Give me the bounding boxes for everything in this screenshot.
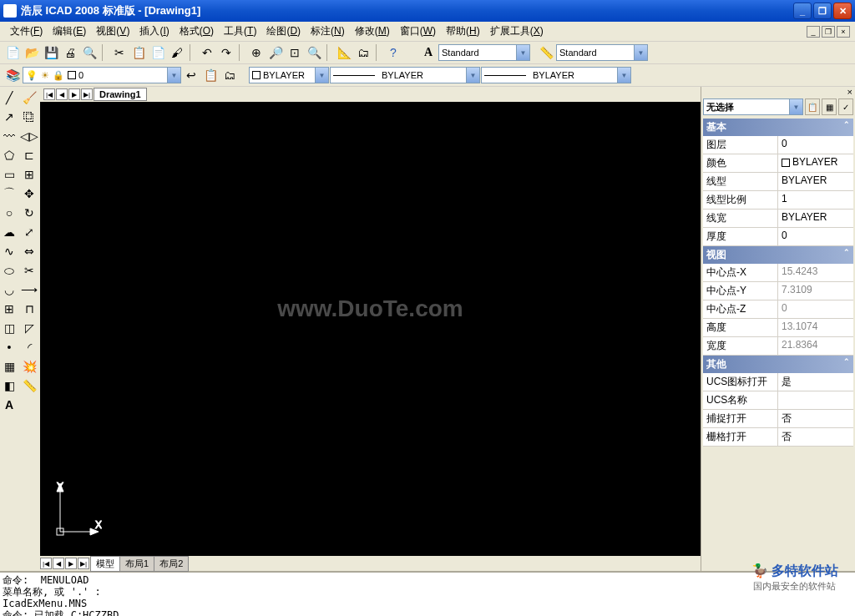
prop-section-header[interactable]: 基本⌃ [703, 119, 853, 136]
preview-icon[interactable]: 🔍 [80, 43, 99, 62]
chevron-down-icon[interactable]: ▼ [617, 68, 630, 83]
nav-last-icon[interactable]: ▶| [81, 88, 93, 100]
nav-first-icon[interactable]: |◀ [43, 88, 55, 100]
minimize-button[interactable]: _ [793, 3, 812, 19]
panel-close-icon[interactable]: × [847, 87, 852, 97]
select-objects-icon[interactable]: ▦ [822, 98, 837, 115]
prop-row[interactable]: 线宽BYLAYER [703, 210, 853, 228]
zoom-prev-icon[interactable]: 🔍 [305, 43, 323, 62]
region-icon[interactable]: ◧ [0, 376, 18, 395]
menu-draw[interactable]: 绘图(D) [261, 22, 306, 41]
mtab-prev-icon[interactable]: ◀ [53, 558, 64, 569]
prop-row[interactable]: 中心点-Z0 [703, 300, 853, 319]
make-block-icon[interactable]: ◫ [0, 319, 18, 337]
prop-value[interactable]: 15.4243 [778, 264, 853, 281]
menu-file[interactable]: 文件(F) [5, 22, 48, 41]
polyline-icon[interactable]: 〰 [0, 127, 18, 145]
menu-insert[interactable]: 插入(I) [134, 22, 174, 41]
prop-row[interactable]: 高度13.1074 [703, 319, 853, 337]
layer-combo[interactable]: 💡 ☀ 🔒 0 ▼ [23, 67, 181, 83]
prop-row[interactable]: UCS图标打开是 [703, 373, 853, 391]
prop-row[interactable]: 捕捉打开否 [703, 410, 853, 428]
prop-value[interactable]: 0 [778, 136, 853, 154]
prop-value[interactable]: 21.8364 [778, 337, 853, 355]
array-icon[interactable]: ⊞ [20, 165, 38, 184]
tab-layout2[interactable]: 布局2 [154, 556, 189, 572]
menu-window[interactable]: 窗口(W) [395, 22, 441, 41]
new-icon[interactable]: 📄 [3, 43, 22, 62]
mdi-restore[interactable]: ❐ [822, 26, 835, 38]
tab-layout1[interactable]: 布局1 [119, 556, 154, 572]
color-combo[interactable]: BYLAYER ▼ [249, 67, 329, 83]
insert-block-icon[interactable]: ⊞ [0, 300, 18, 318]
chevron-down-icon[interactable]: ▼ [315, 68, 328, 83]
menu-view[interactable]: 视图(V) [91, 22, 134, 41]
lineweight-combo[interactable]: BYLAYER ▼ [481, 67, 631, 83]
close-button[interactable]: ✕ [833, 3, 852, 19]
rotate-icon[interactable]: ↻ [20, 204, 38, 222]
maximize-button[interactable]: ❐ [813, 3, 832, 19]
file-tab-drawing1[interactable]: Drawing1 [94, 88, 147, 101]
selection-combo[interactable]: 无选择 ▼ [703, 98, 803, 115]
chevron-down-icon[interactable]: ▼ [634, 45, 647, 60]
prop-value[interactable]: 7.3109 [778, 282, 853, 300]
prop-row[interactable]: 中心点-X15.4243 [703, 264, 853, 282]
polygon-icon[interactable]: ⬠ [0, 146, 18, 164]
help-icon[interactable]: ? [384, 43, 402, 62]
cut-icon[interactable]: ✂ [110, 43, 129, 62]
menu-tools[interactable]: 工具(T) [219, 22, 261, 41]
mdi-minimize[interactable]: _ [807, 26, 820, 38]
text-style-icon[interactable]: A [419, 43, 438, 62]
prop-row[interactable]: 线型比例1 [703, 191, 853, 210]
explode-icon[interactable]: 💥 [20, 357, 38, 376]
menu-dim[interactable]: 标注(N) [306, 22, 350, 41]
extend-icon[interactable]: ⟶ [20, 280, 38, 299]
chamfer-icon[interactable]: ◸ [20, 319, 38, 337]
stretch-icon[interactable]: ⇔ [20, 242, 38, 260]
scale-icon[interactable]: ⤢ [20, 223, 38, 241]
line-icon[interactable]: ╱ [0, 88, 18, 107]
nav-prev-icon[interactable]: ◀ [56, 88, 68, 100]
mtab-next-icon[interactable]: ▶ [65, 558, 77, 569]
spline-icon[interactable]: ∿ [0, 242, 18, 260]
quick-select-icon[interactable]: 📋 [805, 98, 820, 115]
prop-row[interactable]: 栅格打开否 [703, 428, 853, 447]
copy-icon[interactable]: 📋 [129, 43, 148, 62]
chevron-down-icon[interactable]: ▼ [789, 99, 802, 114]
prop-row[interactable]: 厚度0 [703, 228, 853, 246]
mtab-last-icon[interactable]: ▶| [78, 558, 89, 569]
prop-row[interactable]: 图层0 [703, 136, 853, 154]
offset-icon[interactable]: ⊏ [20, 146, 38, 164]
erase-icon[interactable]: 🧹 [20, 88, 38, 107]
prop-section-header[interactable]: 其他⌃ [703, 356, 853, 373]
nav-next-icon[interactable]: ▶ [68, 88, 80, 100]
chevron-down-icon[interactable]: ▼ [516, 45, 529, 60]
measure-icon[interactable]: 📏 [20, 376, 38, 395]
open-icon[interactable]: 📂 [23, 43, 41, 62]
mtab-first-icon[interactable]: |◀ [40, 558, 52, 569]
prop-value[interactable]: 否 [778, 428, 853, 446]
print-icon[interactable]: 🖨 [61, 43, 79, 62]
mtext-icon[interactable]: A [0, 396, 18, 414]
point-icon[interactable]: • [0, 338, 18, 356]
dim-style-icon[interactable]: 📏 [537, 43, 555, 62]
pickadd-icon[interactable]: ✓ [838, 98, 853, 115]
layer-state-icon[interactable]: 📋 [201, 66, 220, 84]
trim-icon[interactable]: ✂ [20, 261, 38, 280]
drawing-canvas[interactable]: www.DuoTe.com Y X [40, 102, 701, 556]
tab-model[interactable]: 模型 [90, 556, 120, 572]
menu-format[interactable]: 格式(O) [175, 22, 219, 41]
menu-ext[interactable]: 扩展工具(X) [485, 22, 549, 41]
linetype-combo[interactable]: BYLAYER ▼ [330, 67, 480, 83]
hatch-icon[interactable]: ▦ [0, 357, 18, 376]
props-icon[interactable]: 📐 [335, 43, 353, 62]
prop-value[interactable] [778, 391, 853, 409]
prop-section-header[interactable]: 视图⌃ [703, 246, 853, 264]
prop-value[interactable]: 0 [778, 300, 853, 318]
copy-obj-icon[interactable]: ⿻ [20, 108, 38, 126]
pan-icon[interactable]: ⊕ [247, 43, 266, 62]
layer-manager-icon[interactable]: 📚 [3, 66, 22, 84]
prop-row[interactable]: 宽度21.8364 [703, 337, 853, 356]
prop-value[interactable]: 否 [778, 410, 853, 427]
prop-value[interactable]: 13.1074 [778, 319, 853, 336]
